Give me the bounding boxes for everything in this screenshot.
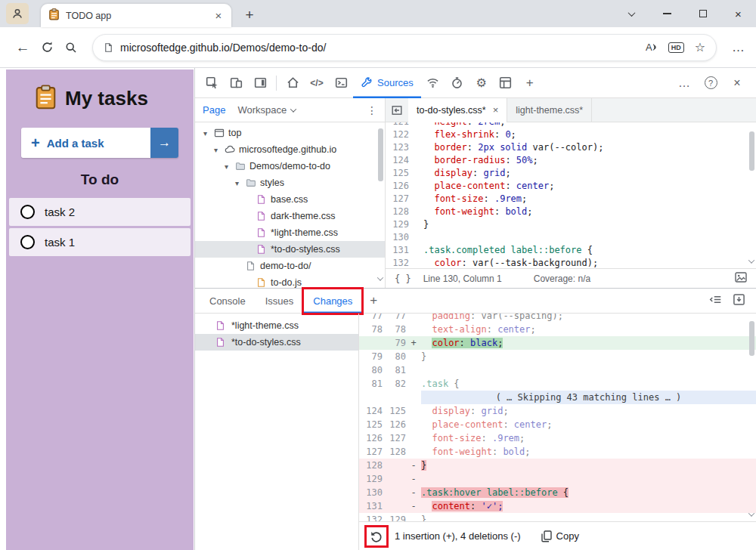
diff-code: } (421, 513, 756, 521)
editor-scrollbar[interactable] (749, 131, 754, 171)
add-task-label: Add a task (47, 137, 104, 150)
plus-icon: + (31, 135, 40, 150)
tree-item-label: *to-do-styles.css (271, 244, 340, 255)
tree-item[interactable]: ▾Demos/demo-to-do (195, 158, 385, 175)
home-icon (287, 76, 299, 89)
tree-item[interactable]: ▾top (195, 125, 385, 141)
pretty-print-icon[interactable]: { } (395, 273, 411, 284)
hd-badge[interactable]: HD (668, 42, 684, 53)
browser-tab[interactable]: TODO app × (41, 4, 231, 27)
maximize-button[interactable] (685, 0, 720, 27)
tree-item[interactable]: *to-do-styles.css (195, 241, 385, 258)
tab-performance[interactable] (445, 71, 469, 95)
diff-scrollbar[interactable] (749, 321, 754, 356)
tab-sources[interactable]: Sources (353, 68, 421, 98)
diff-view-toggle-icon[interactable] (709, 293, 722, 308)
tree-item[interactable]: dark-theme.css (195, 208, 385, 224)
changed-file-item[interactable]: *to-do-styles.css (195, 334, 358, 351)
old-line-number: 81 (359, 377, 383, 391)
expander-icon[interactable]: ▾ (212, 146, 220, 154)
tab-network[interactable] (421, 71, 445, 95)
navigator-toggle-button[interactable] (386, 98, 408, 122)
tree-item[interactable]: ▾styles (195, 175, 385, 191)
changes-panel: *light-theme.css*to-do-styles.css 7777 p… (195, 314, 756, 550)
tab-close-icon[interactable]: × (212, 9, 225, 23)
code-text (416, 231, 423, 244)
devtools-more-button[interactable]: … (673, 72, 696, 94)
task-row[interactable]: task 2 (9, 198, 191, 226)
dock-side-button[interactable] (248, 71, 272, 95)
add-task-submit-button[interactable]: → (150, 128, 178, 158)
devtools-help-button[interactable]: ? (699, 71, 723, 95)
inspect-button[interactable] (200, 71, 224, 95)
devtools-toolbar: </> Sources ⚙ + (195, 68, 756, 98)
navigator-more-icon[interactable]: ⋮ (367, 104, 377, 116)
editor-scroll-down-icon[interactable] (749, 255, 754, 266)
tab-elements[interactable]: </> (305, 71, 329, 95)
diff-scroll-down-icon[interactable] (749, 508, 754, 519)
navigator-tab-page[interactable]: Page (203, 104, 225, 116)
task-checkbox-icon[interactable] (20, 205, 35, 219)
back-button[interactable]: ← (11, 36, 35, 60)
code-editor[interactable]: 121 height: 2rem;122 flex-shrink: 0;123 … (386, 122, 756, 268)
navigator-scrollbar[interactable] (378, 128, 383, 181)
file-tree[interactable]: ▾top▾microsoftedge.github.io▾Demos/demo-… (195, 122, 385, 288)
tab-console[interactable] (329, 71, 353, 95)
minimize-button[interactable] (649, 0, 685, 27)
line-number: 122 (386, 128, 416, 141)
tab-application[interactable] (494, 71, 518, 95)
tree-item[interactable]: ▾microsoftedge.github.io (195, 141, 385, 158)
tab-welcome[interactable] (280, 71, 305, 95)
navigator-scroll-down-icon[interactable] (378, 270, 383, 284)
favorites-star-icon[interactable]: ☆ (695, 40, 705, 54)
browser-settings-more-button[interactable]: … (726, 36, 751, 60)
tree-item-label: styles (260, 178, 284, 188)
drawer-tab-changes[interactable]: Changes (303, 289, 362, 314)
chevron-down-icon (290, 106, 296, 112)
close-icon[interactable]: × (493, 104, 499, 116)
navigator-tab-workspace[interactable]: Workspace (237, 104, 296, 116)
settings-gear-button[interactable]: ⚙ (469, 71, 494, 95)
editor-tab-to-do-styles[interactable]: to-do-styles.css* × (408, 98, 507, 122)
drawer-tab-issues[interactable]: Issues (256, 289, 304, 314)
devtools-close-button[interactable]: × (726, 72, 748, 94)
profile-avatar[interactable] (6, 3, 29, 24)
expander-icon[interactable]: ▾ (233, 179, 241, 187)
media-icon[interactable] (735, 272, 747, 285)
read-aloud-button[interactable]: A (646, 42, 658, 53)
drawer-add-tab-button[interactable]: + (362, 293, 385, 308)
search-icon (65, 42, 77, 54)
line-number: 129 (386, 218, 416, 231)
dock-drawer-icon[interactable] (733, 293, 745, 308)
tab-actions-chevron-icon[interactable] (614, 0, 649, 27)
diff-view[interactable]: 7777 padding: var(--spacing);7878 text-a… (359, 314, 756, 521)
browser-titlebar: TODO app × + × (0, 0, 756, 27)
search-button[interactable] (59, 36, 83, 60)
task-row[interactable]: task 1 (9, 228, 191, 256)
refresh-button[interactable] (35, 36, 59, 60)
tree-item[interactable]: to-do.js (195, 274, 385, 288)
css-icon (256, 211, 267, 222)
expander-icon[interactable]: ▾ (201, 129, 209, 138)
changed-file-item[interactable]: *light-theme.css (195, 317, 358, 334)
css-file-icon (215, 320, 226, 332)
changed-files-list[interactable]: *light-theme.css*to-do-styles.css (195, 314, 359, 550)
task-checkbox-icon[interactable] (20, 235, 35, 249)
tree-item[interactable]: *light-theme.css (195, 224, 385, 241)
expander-icon[interactable]: ▾ (222, 162, 231, 171)
new-tab-button[interactable]: + (239, 5, 260, 26)
diff-code: content: '✓'; (421, 499, 756, 513)
tree-item[interactable]: base.css (195, 191, 385, 208)
new-line-number (383, 459, 406, 472)
address-bar[interactable]: microsoftedge.github.io/Demos/demo-to-do… (92, 34, 717, 61)
add-task-button[interactable]: + Add a task (21, 128, 150, 158)
old-line-number: 77 (359, 314, 383, 323)
drawer-tab-console[interactable]: Console (200, 289, 256, 314)
more-tabs-button[interactable]: + (518, 71, 542, 95)
revert-button[interactable] (367, 527, 386, 545)
close-button[interactable]: × (720, 0, 756, 27)
copy-button[interactable]: Copy (541, 530, 579, 542)
editor-tab-light-theme[interactable]: light-theme.css* (507, 98, 592, 122)
tree-item[interactable]: demo-to-do/ (195, 258, 385, 274)
device-toolbar-button[interactable] (224, 71, 248, 95)
